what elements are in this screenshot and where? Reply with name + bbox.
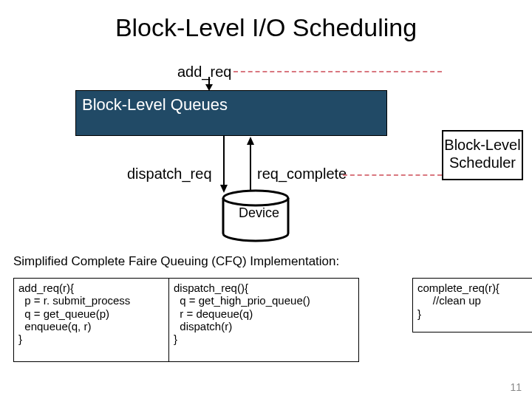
dashed-connector-bottom: [343, 174, 442, 176]
dashed-connector-top: [233, 71, 442, 72]
scheduler-line1: Block-Level: [443, 136, 522, 154]
label-req-complete: req_complete: [257, 166, 347, 183]
arrow-req-complete: [245, 136, 256, 194]
code-dispatch-req: dispatch_req(){ q = get_high_prio_queue(…: [168, 278, 359, 362]
slide-number: 11: [510, 381, 522, 393]
svg-point-6: [223, 191, 288, 205]
scheduler-line2: Scheduler: [443, 154, 522, 171]
block-level-scheduler-box: Block-Level Scheduler: [442, 130, 523, 180]
code-complete-req: complete_req(r){ //clean up }: [412, 278, 532, 332]
block-level-queues-text: Block-Level Queues: [82, 95, 228, 115]
label-dispatch-req: dispatch_req: [127, 166, 212, 183]
description-text: Simplified Complete Faire Queuing (CFQ) …: [13, 254, 339, 269]
device-label: Device: [239, 205, 279, 221]
code-add-req: add_req(r){ p = r. submit_process q = ge…: [13, 278, 179, 362]
block-level-queues-box: Block-Level Queues: [75, 90, 387, 136]
arrow-dispatch-req: [219, 136, 229, 194]
arrow-add-req: [204, 77, 214, 92]
slide-title: Block-Level I/O Scheduling: [0, 13, 532, 42]
